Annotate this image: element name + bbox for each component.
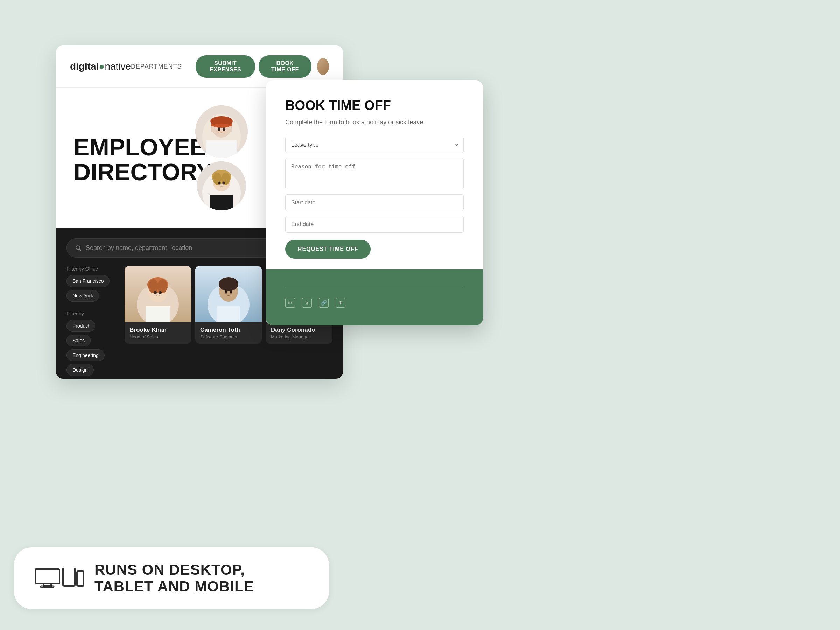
timeoff-footer: in 𝕏 🔗 ⊕ — [266, 269, 483, 325]
filter-tag-sales[interactable]: Sales — [66, 335, 91, 346]
reason-textarea[interactable] — [285, 158, 464, 189]
svg-rect-38 — [145, 306, 170, 322]
card-name-dany: Dany Coronado — [271, 327, 328, 333]
svg-point-24 — [218, 182, 221, 185]
footer-content: in 𝕏 🔗 ⊕ — [285, 287, 464, 308]
search-placeholder-text: Search by name, department, location — [86, 244, 192, 252]
bottom-banner: RUNS ON DESKTOP, TABLET AND MOBILE — [14, 547, 329, 609]
filter-tag-design[interactable]: Design — [66, 364, 94, 376]
bottom-banner-text: RUNS ON DESKTOP, TABLET AND MOBILE — [95, 561, 308, 595]
cameron-avatar — [206, 266, 251, 322]
photo-female-blonde — [197, 161, 246, 210]
search-icon — [75, 245, 82, 251]
person-svg-1 — [195, 105, 248, 158]
end-date-input[interactable] — [285, 216, 464, 233]
photo-1-container — [189, 105, 254, 158]
timeoff-window: BOOK TIME OFF Complete the form to book … — [266, 81, 483, 325]
request-time-off-button[interactable]: REQUEST TIME OFF — [285, 240, 371, 259]
svg-point-45 — [225, 290, 227, 294]
social-icons: in 𝕏 🔗 ⊕ — [285, 298, 464, 308]
employee-card-cameron[interactable]: Cameron Toth Software Engineer — [195, 266, 262, 344]
card-title-brooke: Head of Sales — [129, 334, 186, 339]
leave-type-select[interactable]: Leave type Holiday Sick Leave Personal — [285, 136, 464, 153]
devices-svg — [35, 568, 84, 589]
svg-rect-23 — [210, 195, 234, 210]
employee-card-brooke[interactable]: Brooke Khan Head of Sales — [125, 266, 191, 344]
hero-title: EMPLOYEE DIRECTORY — [74, 135, 178, 185]
svg-rect-6 — [206, 141, 237, 158]
svg-rect-59 — [77, 571, 84, 586]
dribbble-icon[interactable]: ⊕ — [336, 298, 346, 308]
svg-point-25 — [222, 182, 225, 185]
card-name-brooke: Brooke Khan — [129, 327, 186, 333]
card-photo-brooke — [125, 266, 191, 322]
nav-departments[interactable]: DEPARTMENTS — [131, 63, 182, 70]
person-svg-3 — [197, 161, 246, 210]
card-info-brooke: Brooke Khan Head of Sales — [125, 322, 191, 344]
svg-point-36 — [148, 279, 158, 293]
card-info-cameron: Cameron Toth Software Engineer — [195, 322, 262, 344]
avatar[interactable] — [317, 58, 329, 75]
svg-point-7 — [218, 127, 221, 131]
timeoff-header: BOOK TIME OFF Complete the form to book … — [266, 81, 483, 269]
svg-point-43 — [219, 277, 238, 291]
card-photo-cameron — [195, 266, 262, 322]
hero-title-line2: DIRECTORY — [74, 159, 178, 185]
footer-divider — [285, 287, 464, 287]
filter-office-label: Filter by Office — [66, 266, 119, 272]
photo-female-redhead — [195, 105, 248, 158]
link-icon[interactable]: 🔗 — [319, 298, 328, 308]
filter-tag-sf[interactable]: San Francisco — [66, 275, 109, 287]
card-name-cameron: Cameron Toth — [200, 327, 257, 333]
linkedin-icon[interactable]: in — [285, 298, 295, 308]
svg-point-46 — [230, 290, 232, 294]
svg-rect-55 — [35, 569, 60, 584]
logo-dot: ● — [99, 61, 105, 72]
svg-point-8 — [223, 127, 226, 131]
submit-expenses-button[interactable]: SUBMIT EXPENSES — [196, 55, 255, 78]
filter-tag-engineering[interactable]: Engineering — [66, 349, 105, 361]
svg-point-39 — [154, 291, 157, 294]
devices-icon — [35, 568, 84, 589]
filter-tag-ny[interactable]: New York — [66, 290, 99, 302]
brooke-avatar — [135, 266, 181, 322]
svg-point-37 — [158, 279, 167, 293]
logo-digital: digital — [70, 61, 99, 72]
svg-point-40 — [159, 291, 162, 294]
hero-title-line1: EMPLOYEE — [74, 135, 178, 159]
card-info-dany: Dany Coronado Marketing Manager — [266, 322, 333, 344]
timeoff-title: BOOK TIME OFF — [285, 98, 464, 113]
svg-point-32 — [76, 246, 80, 249]
card-title-cameron: Software Engineer — [200, 334, 257, 339]
timeoff-subtitle: Complete the form to book a holiday or s… — [285, 118, 464, 126]
filter-tag-product[interactable]: Product — [66, 320, 95, 332]
photo-3-container — [189, 161, 254, 214]
timeoff-form: Leave type Holiday Sick Leave Personal R… — [285, 136, 464, 259]
logo: digital●native — [70, 61, 131, 72]
twitter-icon[interactable]: 𝕏 — [302, 298, 312, 308]
book-time-off-button[interactable]: BOOK TIME OFF — [259, 55, 311, 78]
avatar-image — [317, 58, 329, 75]
filter-dept-label: Filter by — [66, 311, 119, 316]
card-title-dany: Marketing Manager — [271, 334, 328, 339]
svg-point-5 — [213, 123, 230, 128]
logo-native: native — [105, 61, 131, 72]
svg-rect-58 — [63, 568, 75, 586]
svg-rect-44 — [217, 306, 240, 322]
filter-column: Filter by Office San Francisco New York … — [66, 266, 119, 379]
start-date-input[interactable] — [285, 194, 464, 211]
